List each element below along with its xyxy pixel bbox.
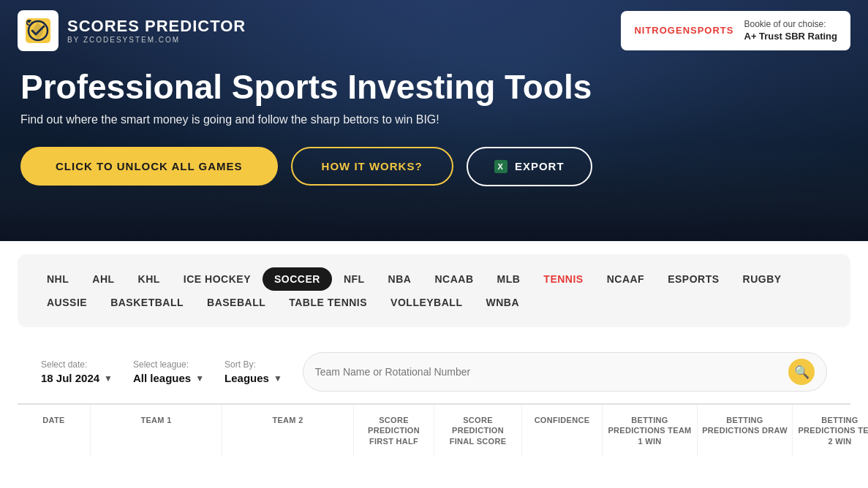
sport-item-ahl[interactable]: AHL bbox=[80, 267, 126, 291]
sport-item-ncaab[interactable]: NCAAB bbox=[423, 267, 485, 291]
sort-chevron-icon: ▼ bbox=[273, 373, 282, 384]
search-icon: 🔍 bbox=[794, 365, 809, 380]
logo-text: SCORES PREDICTOR BY ZCODESYSTEM.COM bbox=[67, 18, 246, 43]
th-betting_team2: BETTING PREDICTIONS TEAM 2 WIN bbox=[793, 405, 868, 457]
sport-item-nfl[interactable]: NFL bbox=[332, 267, 377, 291]
sport-item-ncaaf[interactable]: NCAAF bbox=[595, 267, 657, 291]
th-date: DATE bbox=[18, 405, 91, 457]
sport-item-wnba[interactable]: WNBA bbox=[474, 291, 531, 314]
button-row: CLICK TO UNLOCK ALL GAMES HOW IT WORKS? … bbox=[0, 147, 868, 186]
bookie-box: NITROGENSPORTS Bookie of our choise: A+ … bbox=[621, 11, 850, 51]
sport-item-esports[interactable]: ESPORTS bbox=[656, 267, 731, 291]
sport-item-ice_hockey[interactable]: ICE HOCKEY bbox=[172, 267, 263, 291]
date-label: Select date: bbox=[41, 359, 113, 370]
th-betting_draw: BETTING PREDICTIONS DRAW bbox=[698, 405, 793, 457]
league-label: Select league: bbox=[133, 359, 204, 370]
hero-content: Professional Sports Investing Tools Find… bbox=[0, 61, 868, 126]
sport-item-volleyball[interactable]: VOLLEYBALL bbox=[379, 291, 474, 314]
excel-icon: X bbox=[494, 160, 507, 173]
sport-item-baseball[interactable]: BASEBALL bbox=[195, 291, 277, 314]
sport-item-nhl[interactable]: NHL bbox=[35, 267, 80, 291]
bookie-logo: NITROGENSPORTS bbox=[634, 25, 733, 36]
sport-item-soccer[interactable]: SOCCER bbox=[263, 267, 332, 291]
table-header: DATETEAM 1TEAM 2SCORE PREDICTION FIRST H… bbox=[18, 404, 850, 457]
date-chevron-icon: ▼ bbox=[104, 373, 113, 384]
hero-subtitle: Find out where the smart money is going … bbox=[20, 113, 848, 126]
logo-svg bbox=[23, 15, 53, 46]
unlock-button[interactable]: CLICK TO UNLOCK ALL GAMES bbox=[20, 147, 278, 186]
sports-row: NHLAHLKHLICE HOCKEYSOCCERNFLNBANCAABMLBT… bbox=[35, 267, 833, 314]
export-label: EXPORT bbox=[515, 160, 565, 172]
search-bar: 🔍 bbox=[303, 352, 827, 392]
sport-item-aussie[interactable]: AUSSIE bbox=[35, 291, 99, 314]
date-filter: Select date: 18 Jul 2024 ▼ bbox=[41, 359, 113, 384]
sport-item-rugby[interactable]: RUGBY bbox=[731, 267, 793, 291]
sport-item-mlb[interactable]: MLB bbox=[486, 267, 532, 291]
sport-item-nba[interactable]: NBA bbox=[377, 267, 423, 291]
th-betting_team1: BETTING PREDICTIONS TEAM 1 WIN bbox=[603, 405, 698, 457]
bookie-rating: A+ Trust SBR Rating bbox=[744, 31, 838, 42]
sport-item-basketball[interactable]: BASKETBALL bbox=[99, 291, 195, 314]
logo-icon bbox=[18, 10, 59, 51]
sport-item-table_tennis[interactable]: TABLE TENNIS bbox=[277, 291, 379, 314]
logo-area: SCORES PREDICTOR BY ZCODESYSTEM.COM bbox=[18, 10, 246, 51]
date-value[interactable]: 18 Jul 2024 ▼ bbox=[41, 372, 113, 384]
topbar: SCORES PREDICTOR BY ZCODESYSTEM.COM NITR… bbox=[0, 0, 868, 61]
bookie-info: Bookie of our choise: A+ Trust SBR Ratin… bbox=[744, 18, 838, 44]
search-button[interactable]: 🔍 bbox=[788, 359, 815, 385]
sports-nav: NHLAHLKHLICE HOCKEYSOCCERNFLNBANCAABMLBT… bbox=[18, 254, 850, 327]
league-filter: Select league: All leagues ▼ bbox=[133, 359, 204, 384]
svg-point-3 bbox=[26, 20, 32, 26]
league-value[interactable]: All leagues ▼ bbox=[133, 372, 204, 384]
hero-section: SCORES PREDICTOR BY ZCODESYSTEM.COM NITR… bbox=[0, 0, 868, 241]
hero-title: Professional Sports Investing Tools bbox=[20, 69, 848, 106]
th-score_pred_first: SCORE PREDICTION FIRST HALF bbox=[354, 405, 434, 457]
th-team1: TEAM 1 bbox=[91, 405, 222, 457]
bookie-name: NITROGEN bbox=[634, 25, 690, 36]
league-chevron-icon: ▼ bbox=[195, 373, 204, 384]
search-input[interactable] bbox=[315, 366, 781, 378]
sort-value[interactable]: Leagues ▼ bbox=[224, 372, 282, 384]
export-button[interactable]: X EXPORT bbox=[467, 147, 592, 186]
sort-label: Sort By: bbox=[224, 359, 282, 370]
th-score_pred_final: SCORE PREDICTION FINAL SCORE bbox=[434, 405, 522, 457]
sport-item-khl[interactable]: KHL bbox=[127, 267, 172, 291]
filters-row: Select date: 18 Jul 2024 ▼ Select league… bbox=[18, 340, 850, 404]
th-team2: TEAM 2 bbox=[222, 405, 354, 457]
sort-filter: Sort By: Leagues ▼ bbox=[224, 359, 282, 384]
logo-subtitle: BY ZCODESYSTEM.COM bbox=[67, 36, 246, 44]
sport-item-tennis[interactable]: TENNIS bbox=[532, 267, 595, 291]
logo-title: SCORES PREDICTOR bbox=[67, 18, 246, 35]
bookie-label: Bookie of our choise: bbox=[744, 18, 838, 31]
th-confidence: CONFIDENCE bbox=[522, 405, 603, 457]
bookie-name-accent: SPORTS bbox=[690, 25, 733, 36]
how-it-works-button[interactable]: HOW IT WORKS? bbox=[291, 147, 453, 186]
